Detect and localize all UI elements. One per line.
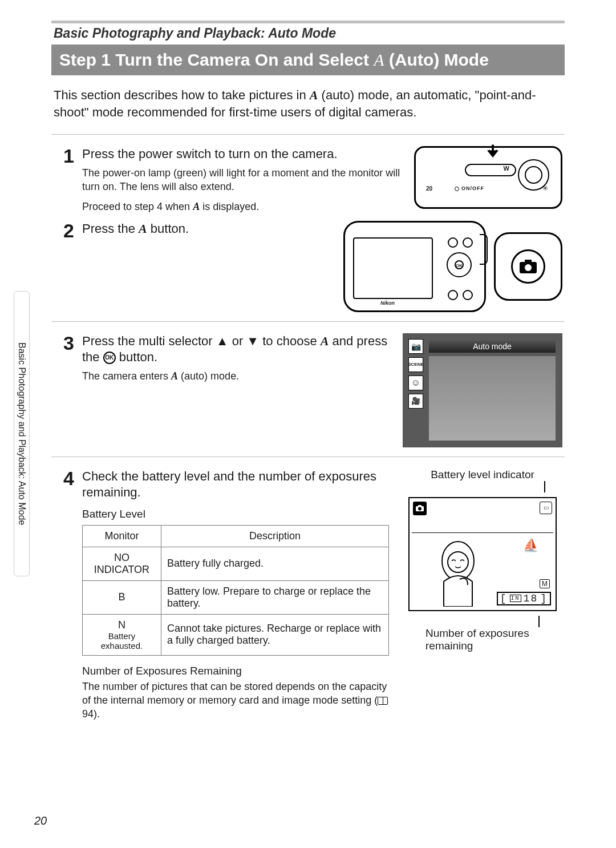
auto-glyph-icon: A (310, 88, 318, 102)
camera-button-icon (463, 290, 473, 300)
auto-glyph-icon: A (171, 370, 178, 382)
dpad-icon (447, 252, 472, 277)
exposures-remaining-subhead: Number of Exposures Remaining (82, 665, 389, 677)
camera-button-icon (463, 237, 473, 248)
svg-rect-1 (525, 260, 532, 263)
internal-memory-icon: IN (510, 595, 521, 602)
person-illustration (427, 538, 489, 607)
divider (51, 457, 565, 457)
step-1-description: The power-on lamp (green) will light for… (82, 166, 406, 194)
lcd-screen-icon (353, 237, 433, 299)
step-2: 2 Press the A button. Nikon (51, 217, 565, 317)
auto-mode-icon (408, 339, 423, 354)
mode-button-callout (494, 232, 562, 301)
table-cell: Battery low. Prepare to charge or replac… (161, 580, 388, 614)
lcd-preview-illustration: ▭ ⛵ M [IN18] (408, 497, 557, 611)
exposures-remaining-label: Number of exposures remaining (403, 627, 562, 652)
step-3: 3 Press the multi selector ▲ or ▼ to cho… (51, 330, 565, 452)
memory-icon: M (540, 579, 550, 588)
step-3-description: The camera enters A (auto) mode. (82, 369, 395, 383)
page-title: Step 1 Turn the Camera On and Select A (… (59, 50, 489, 70)
step-1: 1 Press the power switch to turn on the … (51, 143, 565, 217)
brand-label: Nikon (380, 300, 395, 306)
step-3-heading: Press the multi selector ▲ or ▼ to choos… (82, 333, 395, 366)
svg-point-2 (525, 264, 532, 271)
table-cell: NO INDICATOR (83, 547, 161, 580)
step-number: 4 (54, 469, 74, 721)
camera-mode-icon (413, 502, 427, 515)
auto-glyph-icon: A (321, 334, 329, 348)
auto-mode-glyph: A (374, 50, 384, 69)
step-1-heading: Press the power switch to turn on the ca… (82, 146, 406, 163)
step-number: 2 (54, 221, 74, 312)
camera-back-illustration: Nikon (343, 221, 562, 312)
step-4-heading: Check the battery level and the number o… (82, 469, 389, 501)
page-content: Basic Photography and Playback: Auto Mod… (0, 0, 616, 749)
ok-button-icon: OK (103, 352, 116, 364)
battery-indicator-label: Battery level indicator (403, 469, 562, 481)
breadcrumb-bar: Basic Photography and Playback: Auto Mod… (51, 21, 565, 45)
breadcrumb: Basic Photography and Playback: Auto Mod… (54, 26, 565, 41)
pointer-line-icon (544, 481, 545, 492)
arrow-down-icon (484, 143, 501, 163)
mode-button-glyph: A (139, 221, 147, 236)
table-row: B Battery low. Prepare to charge or repl… (83, 580, 389, 614)
divider (51, 134, 565, 135)
table-cell: Battery fully charged. (161, 547, 388, 580)
w-label: W (504, 165, 509, 172)
step-1-note: Proceed to step 4 when A is displayed. (82, 201, 406, 213)
battery-status-icon: ▭ (540, 502, 552, 514)
title-prefix: Step 1 Turn the Camera On and Select (59, 50, 374, 69)
step-4-right-column: Battery level indicator ▭ ⛵ (403, 469, 562, 721)
step-2-heading: Press the A button. (82, 221, 335, 237)
strap-icon (480, 234, 488, 265)
intro-text-1: This section describes how to take pictu… (54, 88, 310, 102)
table-header-monitor: Monitor (83, 525, 161, 547)
manual-ref-icon (378, 697, 388, 705)
side-tab: Basic Photography and Playback: Auto Mod… (14, 291, 30, 576)
step-4: 4 Check the battery level and the number… (51, 465, 565, 726)
horizon-line (412, 532, 553, 533)
svg-rect-4 (418, 505, 422, 507)
flash-icon: ✳ (542, 184, 548, 192)
movie-mode-icon (408, 394, 423, 409)
menu-selected-label: Auto mode (429, 340, 556, 353)
camera-top-illustration: 20 ON/OFF W ✳ (414, 146, 562, 212)
onoff-label: ON/OFF (455, 185, 484, 191)
sailboat-icon: ⛵ (523, 538, 538, 553)
menu-screen-illustration: SCENE Auto mode (403, 333, 562, 447)
pointer-line-icon (538, 616, 540, 627)
table-cell: N Battery exhausted. (83, 614, 161, 655)
smile-mode-icon (408, 375, 423, 390)
table-row: NO INDICATOR Battery fully charged. (83, 547, 389, 580)
page-number: 20 (34, 814, 47, 827)
battery-level-table: Monitor Description NO INDICATOR Battery… (82, 525, 389, 656)
svg-point-5 (418, 507, 422, 511)
model-number: 20 (426, 185, 432, 192)
menu-body (429, 356, 556, 441)
step-number: 1 (54, 146, 74, 212)
table-row: N Battery exhausted. Cannot take picture… (83, 614, 389, 655)
auto-glyph-icon: A (193, 201, 200, 212)
table-cell: Cannot take pictures. Recharge or replac… (161, 614, 388, 655)
scene-mode-icon: SCENE (408, 357, 423, 372)
camera-button-icon (448, 237, 458, 248)
battery-low-icon: B (83, 580, 161, 614)
svg-point-7 (448, 552, 468, 572)
exposures-remaining-text: The number of pictures that can be store… (82, 680, 389, 721)
table-header-description: Description (161, 525, 388, 547)
battery-level-subhead: Battery Level (82, 508, 389, 520)
triangle-up-icon: ▲ (216, 333, 229, 350)
exposure-count: [IN18] (497, 592, 551, 605)
camera-button-icon (448, 290, 458, 300)
battery-exhausted-icon: N (118, 619, 125, 631)
triangle-down-icon: ▼ (246, 333, 259, 350)
exposure-count-value: 18 (524, 593, 538, 604)
step-number: 3 (54, 333, 74, 447)
intro-paragraph: This section describes how to take pictu… (51, 75, 565, 130)
battery-exhausted-label: Battery exhausted. (88, 631, 155, 651)
title-suffix: (Auto) Mode (384, 50, 489, 69)
divider (51, 321, 565, 322)
title-bar: Step 1 Turn the Camera On and Select A (… (51, 45, 565, 75)
camera-icon (511, 249, 545, 284)
